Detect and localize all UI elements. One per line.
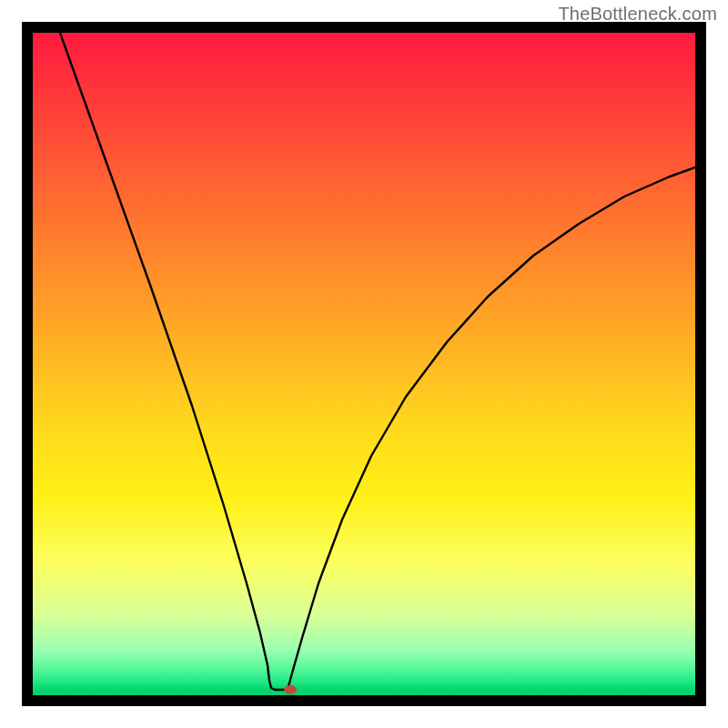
optimal-point-marker (284, 685, 297, 694)
bottleneck-curve (60, 33, 695, 690)
plot-area (33, 33, 695, 695)
plot-frame (22, 22, 706, 706)
curve-svg (33, 33, 695, 695)
watermark-text: TheBottleneck.com (558, 4, 717, 25)
